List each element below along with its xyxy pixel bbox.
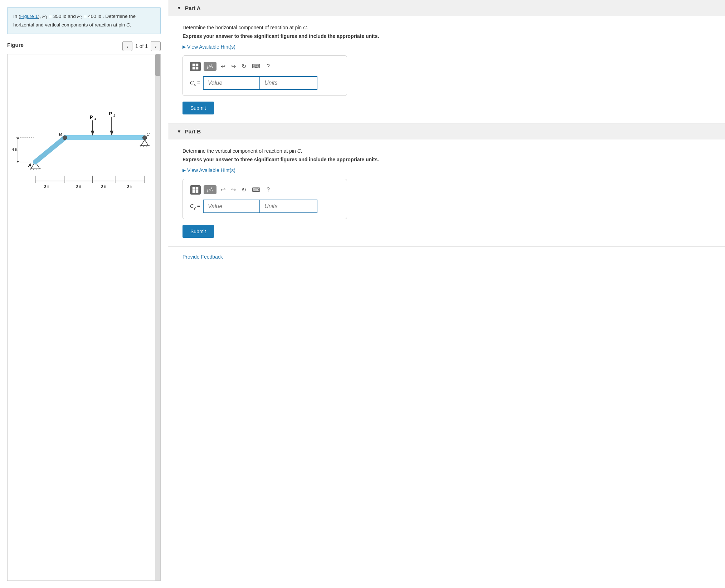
part-b-input-row: Cy =: [190, 200, 340, 213]
svg-rect-51: [193, 190, 195, 193]
provide-feedback-section: Provide Feedback: [168, 247, 725, 267]
part-a-toolbar: μÅ ↩ ↪ ↻ ⌨ ?: [190, 62, 340, 71]
figure-label: Figure: [7, 42, 24, 48]
svg-rect-48: [196, 67, 198, 69]
svg-text:3 ft: 3 ft: [127, 185, 132, 189]
svg-rect-49: [193, 187, 195, 190]
part-a-header[interactable]: ▼ Part A: [168, 0, 725, 16]
svg-text:P: P: [90, 115, 93, 120]
part-a-input-label: Cx =: [190, 80, 200, 87]
right-panel: ▼ Part A Determine the horizontal compon…: [168, 0, 725, 588]
hint-b-arrow: ▶: [183, 168, 186, 173]
left-panel: In (Figure 1), P1 = 350 lb and P2 = 400 …: [0, 0, 168, 588]
part-b-answer-box: μÅ ↩ ↪ ↻ ⌨ ? Cy =: [183, 179, 347, 219]
svg-rect-45: [193, 64, 195, 66]
part-b-undo-btn[interactable]: ↩: [219, 185, 227, 195]
hint-a-label: View Available Hint(s): [187, 44, 235, 50]
hint-b-label: View Available Hint(s): [187, 167, 235, 173]
part-a-keyboard-btn[interactable]: ⌨: [250, 62, 262, 71]
provide-feedback-link[interactable]: Provide Feedback: [183, 254, 223, 260]
grid-icon-b: [192, 187, 199, 193]
part-b-value-input[interactable]: [203, 200, 260, 213]
part-b-body: Determine the vertical component of reac…: [168, 139, 725, 246]
part-b-hint-link[interactable]: ▶ View Available Hint(s): [183, 167, 711, 173]
svg-text:1: 1: [94, 117, 96, 121]
svg-text:A: A: [28, 163, 31, 168]
grid-icon: [192, 63, 199, 70]
part-a-body: Determine the horizontal component of re…: [168, 16, 725, 123]
part-a-value-input[interactable]: [203, 76, 260, 90]
part-b-section: ▼ Part B Determine the vertical componen…: [168, 123, 725, 247]
part-b-submit-btn[interactable]: Submit: [183, 225, 214, 238]
part-a-hint-link[interactable]: ▶ View Available Hint(s): [183, 44, 711, 50]
svg-text:B: B: [59, 132, 62, 137]
figure-prev-btn[interactable]: ‹: [122, 41, 132, 51]
part-a-instruction: Express your answer to three significant…: [183, 33, 711, 39]
svg-rect-46: [196, 64, 198, 66]
svg-text:3 ft: 3 ft: [44, 185, 49, 189]
figure-link[interactable]: Figure 1: [20, 14, 38, 19]
part-a-title: Part A: [185, 5, 201, 11]
mu-label-a: μÅ: [207, 64, 213, 69]
part-a-answer-box: μÅ ↩ ↪ ↻ ⌨ ? Cx =: [183, 55, 347, 96]
part-b-units-input[interactable]: [260, 200, 317, 213]
part-b-instruction: Express your answer to three significant…: [183, 157, 711, 162]
figure-next-btn[interactable]: ›: [151, 41, 161, 51]
part-b-mu-btn[interactable]: μÅ: [204, 185, 216, 194]
figure-box: A B C: [7, 54, 161, 581]
figure-nav: Figure ‹ 1 of 1 ›: [7, 41, 161, 51]
mu-label-b: μÅ: [207, 187, 213, 192]
part-a-grid-btn[interactable]: [190, 62, 201, 71]
part-a-redo-btn[interactable]: ↪: [230, 62, 237, 71]
hint-a-arrow: ▶: [183, 44, 186, 49]
part-b-collapse-arrow: ▼: [177, 129, 181, 134]
svg-rect-52: [196, 190, 198, 193]
svg-rect-50: [196, 187, 198, 190]
part-b-title: Part B: [185, 128, 201, 134]
svg-text:2: 2: [113, 113, 115, 117]
part-b-redo-btn[interactable]: ↪: [230, 185, 237, 195]
part-a-help-btn[interactable]: ?: [264, 62, 272, 71]
part-b-refresh-btn[interactable]: ↻: [240, 185, 248, 195]
figure-svg: A B C: [8, 54, 160, 204]
part-a-description: Determine the horizontal component of re…: [183, 25, 711, 30]
part-b-description: Determine the vertical component of reac…: [183, 148, 711, 154]
part-b-input-label: Cy =: [190, 203, 200, 210]
part-a-submit-btn[interactable]: Submit: [183, 102, 214, 114]
part-a-undo-btn[interactable]: ↩: [219, 62, 227, 71]
svg-rect-47: [193, 67, 195, 69]
part-b-toolbar: μÅ ↩ ↪ ↻ ⌨ ?: [190, 185, 340, 195]
part-b-keyboard-btn[interactable]: ⌨: [250, 185, 262, 195]
part-a-refresh-btn[interactable]: ↻: [240, 62, 248, 71]
part-b-grid-btn[interactable]: [190, 185, 201, 195]
part-a-input-row: Cx =: [190, 76, 340, 90]
problem-statement: In (Figure 1), P1 = 350 lb and P2 = 400 …: [7, 7, 161, 34]
part-a-collapse-arrow: ▼: [177, 5, 181, 11]
svg-text:C: C: [146, 132, 150, 137]
part-a-mu-btn[interactable]: μÅ: [204, 62, 216, 71]
part-b-help-btn[interactable]: ?: [264, 185, 272, 195]
figure-pagination: 1 of 1: [135, 43, 148, 49]
part-b-header[interactable]: ▼ Part B: [168, 123, 725, 139]
svg-text:4 ft: 4 ft: [12, 147, 18, 152]
svg-text:P: P: [109, 111, 112, 116]
part-a-section: ▼ Part A Determine the horizontal compon…: [168, 0, 725, 123]
figure-scrollbar[interactable]: [155, 54, 160, 580]
svg-text:3 ft: 3 ft: [76, 185, 82, 189]
svg-text:3 ft: 3 ft: [101, 185, 106, 189]
part-a-units-input[interactable]: [260, 76, 317, 90]
svg-rect-10: [65, 135, 145, 140]
svg-point-11: [63, 136, 67, 140]
